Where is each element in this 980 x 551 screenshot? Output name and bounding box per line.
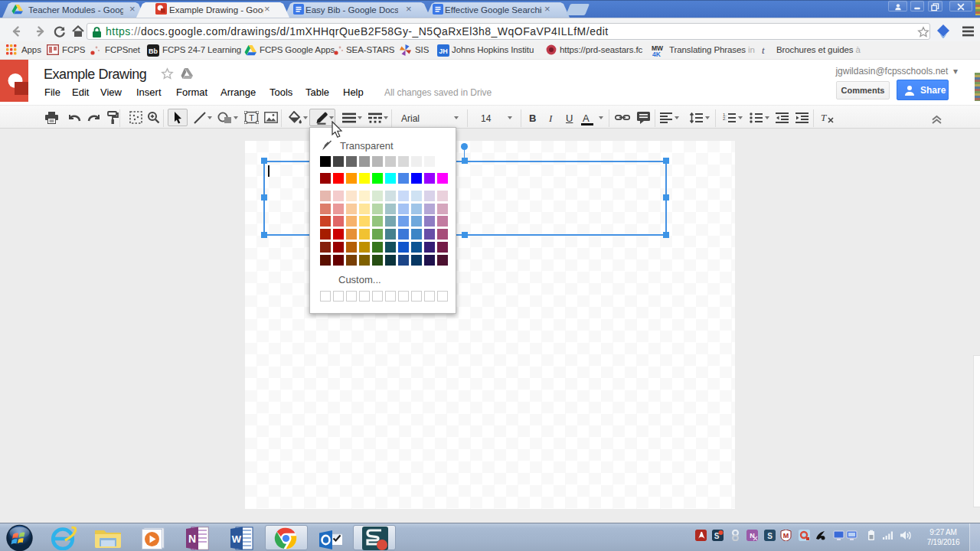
- svg-text:T: T: [249, 113, 254, 122]
- svg-text:4K: 4K: [652, 51, 662, 57]
- svg-text:W: W: [232, 533, 242, 545]
- svg-text:Bb: Bb: [149, 47, 158, 55]
- svg-text:N: N: [750, 532, 755, 540]
- svg-text:T: T: [821, 112, 827, 123]
- svg-text:M: M: [783, 532, 789, 540]
- svg-text:t: t: [762, 44, 765, 56]
- svg-text:S: S: [767, 532, 773, 540]
- svg-text:2.: 2.: [723, 116, 727, 121]
- svg-text:N: N: [188, 533, 196, 545]
- svg-text:JH: JH: [439, 47, 448, 55]
